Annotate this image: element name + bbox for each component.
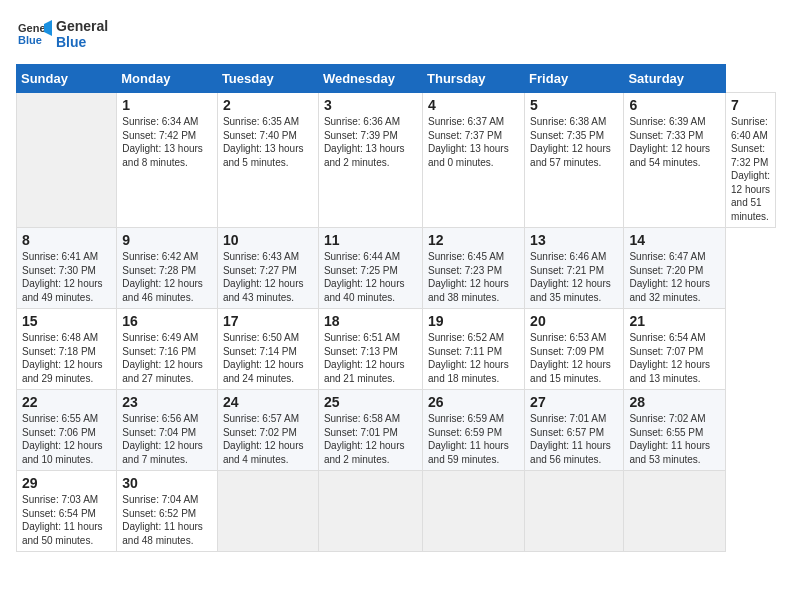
sunrise-text: Sunrise: 6:37 AM	[428, 116, 504, 127]
daylight-text: Daylight: 12 hours and 4 minutes.	[223, 440, 304, 465]
sunset-text: Sunset: 7:09 PM	[530, 346, 604, 357]
day-info: Sunrise: 6:40 AMSunset: 7:32 PMDaylight:…	[731, 115, 770, 223]
day-number: 20	[530, 313, 618, 329]
calendar-cell	[17, 93, 117, 228]
daylight-text: Daylight: 12 hours and 13 minutes.	[629, 359, 710, 384]
day-info: Sunrise: 6:58 AMSunset: 7:01 PMDaylight:…	[324, 412, 417, 466]
day-number: 11	[324, 232, 417, 248]
calendar-row: 22Sunrise: 6:55 AMSunset: 7:06 PMDayligh…	[17, 390, 776, 471]
logo-icon: General Blue	[16, 16, 52, 52]
daylight-text: Daylight: 12 hours and 24 minutes.	[223, 359, 304, 384]
day-info: Sunrise: 6:52 AMSunset: 7:11 PMDaylight:…	[428, 331, 519, 385]
day-info: Sunrise: 6:56 AMSunset: 7:04 PMDaylight:…	[122, 412, 212, 466]
day-info: Sunrise: 6:57 AMSunset: 7:02 PMDaylight:…	[223, 412, 313, 466]
sunrise-text: Sunrise: 6:57 AM	[223, 413, 299, 424]
day-info: Sunrise: 6:37 AMSunset: 7:37 PMDaylight:…	[428, 115, 519, 169]
calendar-cell: 3Sunrise: 6:36 AMSunset: 7:39 PMDaylight…	[318, 93, 422, 228]
daylight-text: Daylight: 12 hours and 7 minutes.	[122, 440, 203, 465]
calendar-cell: 9Sunrise: 6:42 AMSunset: 7:28 PMDaylight…	[117, 228, 218, 309]
sunrise-text: Sunrise: 6:40 AM	[731, 116, 768, 141]
day-number: 3	[324, 97, 417, 113]
sunset-text: Sunset: 7:21 PM	[530, 265, 604, 276]
sunrise-text: Sunrise: 6:53 AM	[530, 332, 606, 343]
sunset-text: Sunset: 7:13 PM	[324, 346, 398, 357]
day-info: Sunrise: 6:49 AMSunset: 7:16 PMDaylight:…	[122, 331, 212, 385]
sunrise-text: Sunrise: 6:54 AM	[629, 332, 705, 343]
sunset-text: Sunset: 6:57 PM	[530, 427, 604, 438]
sunrise-text: Sunrise: 6:39 AM	[629, 116, 705, 127]
sunrise-text: Sunrise: 6:50 AM	[223, 332, 299, 343]
sunset-text: Sunset: 7:28 PM	[122, 265, 196, 276]
day-info: Sunrise: 6:43 AMSunset: 7:27 PMDaylight:…	[223, 250, 313, 304]
daylight-text: Daylight: 12 hours and 18 minutes.	[428, 359, 509, 384]
daylight-text: Daylight: 13 hours and 5 minutes.	[223, 143, 304, 168]
day-info: Sunrise: 7:01 AMSunset: 6:57 PMDaylight:…	[530, 412, 618, 466]
day-info: Sunrise: 6:38 AMSunset: 7:35 PMDaylight:…	[530, 115, 618, 169]
daylight-text: Daylight: 12 hours and 35 minutes.	[530, 278, 611, 303]
calendar-cell: 4Sunrise: 6:37 AMSunset: 7:37 PMDaylight…	[423, 93, 525, 228]
day-info: Sunrise: 6:54 AMSunset: 7:07 PMDaylight:…	[629, 331, 720, 385]
sunset-text: Sunset: 7:18 PM	[22, 346, 96, 357]
sunrise-text: Sunrise: 6:59 AM	[428, 413, 504, 424]
day-info: Sunrise: 6:51 AMSunset: 7:13 PMDaylight:…	[324, 331, 417, 385]
calendar-cell: 15Sunrise: 6:48 AMSunset: 7:18 PMDayligh…	[17, 309, 117, 390]
calendar-cell	[525, 471, 624, 552]
sunrise-text: Sunrise: 6:49 AM	[122, 332, 198, 343]
sunset-text: Sunset: 7:04 PM	[122, 427, 196, 438]
calendar-cell: 26Sunrise: 6:59 AMSunset: 6:59 PMDayligh…	[423, 390, 525, 471]
day-number: 13	[530, 232, 618, 248]
sunset-text: Sunset: 7:23 PM	[428, 265, 502, 276]
sunset-text: Sunset: 7:39 PM	[324, 130, 398, 141]
daylight-text: Daylight: 11 hours and 48 minutes.	[122, 521, 203, 546]
calendar-cell: 5Sunrise: 6:38 AMSunset: 7:35 PMDaylight…	[525, 93, 624, 228]
sunset-text: Sunset: 7:01 PM	[324, 427, 398, 438]
calendar-row: 1Sunrise: 6:34 AMSunset: 7:42 PMDaylight…	[17, 93, 776, 228]
day-info: Sunrise: 6:42 AMSunset: 7:28 PMDaylight:…	[122, 250, 212, 304]
day-number: 9	[122, 232, 212, 248]
weekday-header: Monday	[117, 65, 218, 93]
day-number: 30	[122, 475, 212, 491]
day-number: 22	[22, 394, 111, 410]
sunset-text: Sunset: 7:11 PM	[428, 346, 502, 357]
daylight-text: Daylight: 12 hours and 54 minutes.	[629, 143, 710, 168]
day-number: 1	[122, 97, 212, 113]
svg-text:Blue: Blue	[18, 34, 42, 46]
weekday-header-row: SundayMondayTuesdayWednesdayThursdayFrid…	[17, 65, 776, 93]
calendar-cell: 7Sunrise: 6:40 AMSunset: 7:32 PMDaylight…	[726, 93, 776, 228]
day-number: 29	[22, 475, 111, 491]
daylight-text: Daylight: 12 hours and 29 minutes.	[22, 359, 103, 384]
calendar-row: 29Sunrise: 7:03 AMSunset: 6:54 PMDayligh…	[17, 471, 776, 552]
day-number: 6	[629, 97, 720, 113]
page-header: General Blue General Blue	[16, 16, 776, 52]
sunrise-text: Sunrise: 6:52 AM	[428, 332, 504, 343]
day-number: 10	[223, 232, 313, 248]
sunrise-text: Sunrise: 6:36 AM	[324, 116, 400, 127]
calendar-cell	[217, 471, 318, 552]
day-number: 7	[731, 97, 770, 113]
day-info: Sunrise: 6:34 AMSunset: 7:42 PMDaylight:…	[122, 115, 212, 169]
day-number: 4	[428, 97, 519, 113]
sunset-text: Sunset: 7:27 PM	[223, 265, 297, 276]
daylight-text: Daylight: 11 hours and 59 minutes.	[428, 440, 509, 465]
day-number: 18	[324, 313, 417, 329]
day-number: 12	[428, 232, 519, 248]
calendar-cell: 13Sunrise: 6:46 AMSunset: 7:21 PMDayligh…	[525, 228, 624, 309]
calendar-cell: 14Sunrise: 6:47 AMSunset: 7:20 PMDayligh…	[624, 228, 726, 309]
day-info: Sunrise: 6:45 AMSunset: 7:23 PMDaylight:…	[428, 250, 519, 304]
calendar-cell: 28Sunrise: 7:02 AMSunset: 6:55 PMDayligh…	[624, 390, 726, 471]
calendar-cell: 21Sunrise: 6:54 AMSunset: 7:07 PMDayligh…	[624, 309, 726, 390]
daylight-text: Daylight: 11 hours and 53 minutes.	[629, 440, 710, 465]
calendar-cell: 11Sunrise: 6:44 AMSunset: 7:25 PMDayligh…	[318, 228, 422, 309]
day-info: Sunrise: 6:41 AMSunset: 7:30 PMDaylight:…	[22, 250, 111, 304]
day-info: Sunrise: 6:59 AMSunset: 6:59 PMDaylight:…	[428, 412, 519, 466]
sunrise-text: Sunrise: 6:34 AM	[122, 116, 198, 127]
daylight-text: Daylight: 12 hours and 51 minutes.	[731, 170, 770, 222]
calendar-cell: 18Sunrise: 6:51 AMSunset: 7:13 PMDayligh…	[318, 309, 422, 390]
day-number: 27	[530, 394, 618, 410]
sunset-text: Sunset: 7:16 PM	[122, 346, 196, 357]
daylight-text: Daylight: 12 hours and 49 minutes.	[22, 278, 103, 303]
daylight-text: Daylight: 12 hours and 15 minutes.	[530, 359, 611, 384]
calendar-cell: 1Sunrise: 6:34 AMSunset: 7:42 PMDaylight…	[117, 93, 218, 228]
calendar-cell	[423, 471, 525, 552]
daylight-text: Daylight: 13 hours and 8 minutes.	[122, 143, 203, 168]
